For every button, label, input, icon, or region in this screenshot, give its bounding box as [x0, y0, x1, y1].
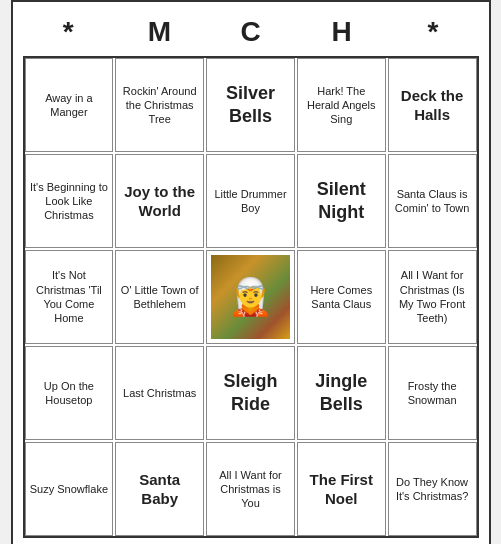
bingo-cell-3[interactable]: Hark! The Herald Angels Sing	[297, 58, 386, 152]
bingo-cell-16[interactable]: Last Christmas	[115, 346, 204, 440]
header-col-1: M	[114, 12, 205, 52]
bingo-cell-19[interactable]: Frosty the Snowman	[388, 346, 477, 440]
bingo-cell-4[interactable]: Deck the Halls	[388, 58, 477, 152]
cell-text-16: Last Christmas	[123, 386, 196, 400]
cell-text-11: O' Little Town of Bethlehem	[120, 283, 199, 312]
cell-text-1: Rockin' Around the Christmas Tree	[120, 84, 199, 127]
bingo-cell-20[interactable]: Suzy Snowflake	[25, 442, 114, 536]
cell-text-6: Joy to the World	[120, 182, 199, 221]
bingo-card: * M C H * Away in a MangerRockin' Around…	[11, 0, 491, 544]
bingo-cell-21[interactable]: Santa Baby	[115, 442, 204, 536]
bingo-cell-11[interactable]: O' Little Town of Bethlehem	[115, 250, 204, 344]
cell-text-21: Santa Baby	[120, 470, 199, 509]
cell-text-15: Up On the Housetop	[30, 379, 109, 408]
cell-text-3: Hark! The Herald Angels Sing	[302, 84, 381, 127]
cell-text-20: Suzy Snowflake	[30, 482, 108, 496]
cell-text-0: Away in a Manger	[30, 91, 109, 120]
cell-text-8: Silent Night	[302, 178, 381, 225]
cell-text-5: It's Beginning to Look Like Christmas	[30, 180, 109, 223]
bingo-cell-15[interactable]: Up On the Housetop	[25, 346, 114, 440]
cell-text-18: Jingle Bells	[302, 370, 381, 417]
bingo-cell-2[interactable]: Silver Bells	[206, 58, 295, 152]
bingo-cell-10[interactable]: It's Not Christmas 'Til You Come Home	[25, 250, 114, 344]
cell-text-24: Do They Know It's Christmas?	[393, 475, 472, 504]
cell-text-17: Sleigh Ride	[211, 370, 290, 417]
bingo-cell-12[interactable]	[206, 250, 295, 344]
cell-text-2: Silver Bells	[211, 82, 290, 129]
cell-text-4: Deck the Halls	[393, 86, 472, 125]
header-col-0: *	[23, 12, 114, 52]
bingo-cell-0[interactable]: Away in a Manger	[25, 58, 114, 152]
cell-text-23: The First Noel	[302, 470, 381, 509]
cell-text-14: All I Want for Christmas (Is My Two Fron…	[393, 268, 472, 325]
bingo-cell-1[interactable]: Rockin' Around the Christmas Tree	[115, 58, 204, 152]
bingo-cell-8[interactable]: Silent Night	[297, 154, 386, 248]
bingo-cell-17[interactable]: Sleigh Ride	[206, 346, 295, 440]
bingo-cell-7[interactable]: Little Drummer Boy	[206, 154, 295, 248]
bingo-cell-14[interactable]: All I Want for Christmas (Is My Two Fron…	[388, 250, 477, 344]
bingo-cell-23[interactable]: The First Noel	[297, 442, 386, 536]
header-col-2: C	[205, 12, 296, 52]
cell-text-13: Here Comes Santa Claus	[302, 283, 381, 312]
cell-text-10: It's Not Christmas 'Til You Come Home	[30, 268, 109, 325]
header-col-4: *	[387, 12, 478, 52]
bingo-grid: Away in a MangerRockin' Around the Chris…	[23, 56, 479, 538]
cell-text-19: Frosty the Snowman	[393, 379, 472, 408]
header-col-3: H	[296, 12, 387, 52]
bingo-cell-13[interactable]: Here Comes Santa Claus	[297, 250, 386, 344]
bingo-cell-9[interactable]: Santa Claus is Comin' to Town	[388, 154, 477, 248]
cell-text-22: All I Want for Christmas is You	[211, 468, 290, 511]
cell-text-9: Santa Claus is Comin' to Town	[393, 187, 472, 216]
bingo-cell-24[interactable]: Do They Know It's Christmas?	[388, 442, 477, 536]
cell-text-7: Little Drummer Boy	[211, 187, 290, 216]
bingo-cell-5[interactable]: It's Beginning to Look Like Christmas	[25, 154, 114, 248]
bingo-cell-22[interactable]: All I Want for Christmas is You	[206, 442, 295, 536]
bingo-cell-6[interactable]: Joy to the World	[115, 154, 204, 248]
bingo-cell-18[interactable]: Jingle Bells	[297, 346, 386, 440]
free-space-image	[211, 255, 290, 339]
bingo-header: * M C H *	[23, 12, 479, 52]
